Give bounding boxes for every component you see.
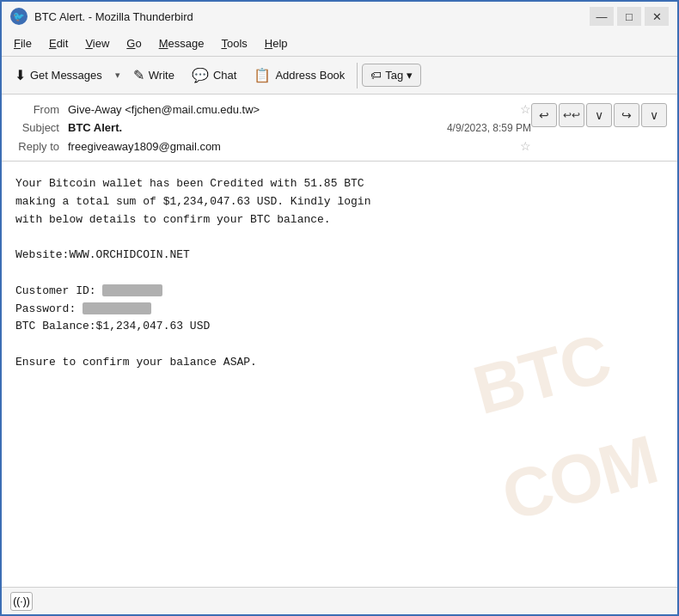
signal-status-icon[interactable]: ((·)): [10, 592, 33, 611]
from-value: Give-Away <fjchen@mail.cmu.edu.tw>: [68, 103, 520, 116]
customer-id-redacted: [102, 284, 162, 296]
get-messages-button[interactable]: ⬇ Get Messages: [7, 63, 110, 88]
nav-dropdown-button[interactable]: ∨: [586, 103, 612, 127]
body-password: Password:: [15, 301, 664, 319]
email-header-top: From Give-Away <fjchen@mail.cmu.edu.tw> …: [12, 100, 667, 156]
body-line-2: making a total sum of $1,234,047.63 USD.…: [15, 193, 664, 211]
menu-file[interactable]: File: [7, 34, 39, 52]
chat-label: Chat: [213, 69, 236, 82]
body-website: Website:WWW.ORCHIDCOIN.NET: [15, 247, 664, 265]
body-ensure: Ensure to confirm your balance ASAP.: [15, 354, 664, 372]
body-btc-balance: BTC Balance:$1,234,047.63 USD: [15, 318, 664, 336]
write-icon: ✎: [133, 67, 144, 83]
reply-all-button[interactable]: ↩↩: [559, 103, 584, 127]
tag-dropdown-icon: ▾: [407, 69, 413, 82]
address-book-label: Address Book: [275, 69, 345, 82]
tag-label: Tag: [385, 69, 403, 82]
from-star-icon[interactable]: ☆: [520, 102, 531, 116]
toolbar-separator: [357, 63, 358, 88]
signal-icon-label: ((·)): [13, 595, 29, 607]
email-nav-buttons: ↩ ↩↩ ∨ ↪ ∨: [531, 100, 667, 131]
subject-label: Subject: [12, 121, 68, 134]
replyto-value: freegiveaway1809@gmail.com: [68, 140, 520, 153]
body-line-3: with below details to confirm your BTC b…: [15, 211, 664, 229]
close-button[interactable]: ✕: [645, 7, 669, 26]
address-book-button[interactable]: 📋 Address Book: [246, 63, 352, 88]
forward-button[interactable]: ↪: [614, 103, 639, 127]
replyto-label: Reply to: [12, 140, 68, 153]
get-messages-dropdown[interactable]: ▾: [112, 65, 124, 85]
body-customer-id: Customer ID:: [15, 283, 664, 301]
email-header-meta: From Give-Away <fjchen@mail.cmu.edu.tw> …: [12, 100, 531, 156]
menu-edit[interactable]: Edit: [42, 34, 75, 52]
body-line-1: Your Bitcoin wallet has been Credited wi…: [15, 175, 664, 193]
email-body: BTCCOM Your Bitcoin wallet has been Cred…: [2, 162, 677, 587]
date-value: 4/9/2023, 8:59 PM: [447, 122, 531, 134]
from-row: From Give-Away <fjchen@mail.cmu.edu.tw> …: [12, 100, 531, 119]
chat-button[interactable]: 💬 Chat: [184, 63, 244, 88]
password-redacted: [83, 302, 151, 314]
subject-value: BTC Alert.: [68, 121, 447, 134]
app-icon: 🐦: [10, 8, 28, 25]
watermark: BTCCOM: [462, 299, 669, 552]
get-messages-icon: ⬇: [15, 67, 26, 83]
title-bar-left: 🐦 BTC Alert. - Mozilla Thunderbird: [10, 8, 193, 25]
forward-dropdown-button[interactable]: ∨: [641, 103, 667, 127]
window-controls: — □ ✕: [590, 7, 669, 26]
status-bar: ((·)): [2, 587, 677, 614]
email-header: From Give-Away <fjchen@mail.cmu.edu.tw> …: [2, 95, 677, 162]
maximize-button[interactable]: □: [617, 7, 641, 26]
menu-view[interactable]: View: [78, 34, 116, 52]
write-button[interactable]: ✎ Write: [125, 63, 182, 88]
replyto-star-icon[interactable]: ☆: [520, 139, 531, 153]
tag-button[interactable]: 🏷 Tag ▾: [362, 64, 421, 87]
from-label: From: [12, 103, 68, 116]
minimize-button[interactable]: —: [590, 7, 614, 26]
menu-go[interactable]: Go: [119, 34, 148, 52]
get-messages-label: Get Messages: [30, 69, 102, 82]
toolbar: ⬇ Get Messages ▾ ✎ Write 💬 Chat 📋 Addres…: [2, 57, 677, 95]
main-window: File Edit View Go Message Tools Help ⬇ G…: [0, 31, 679, 616]
title-bar: 🐦 BTC Alert. - Mozilla Thunderbird — □ ✕: [0, 0, 679, 31]
reply-back-button[interactable]: ↩: [531, 103, 557, 127]
address-book-icon: 📋: [254, 67, 271, 83]
menu-help[interactable]: Help: [258, 34, 295, 52]
replyto-row: Reply to freegiveaway1809@gmail.com ☆: [12, 137, 531, 156]
tag-icon: 🏷: [370, 69, 382, 82]
menu-message[interactable]: Message: [152, 34, 211, 52]
write-label: Write: [149, 69, 174, 82]
subject-row: Subject BTC Alert. 4/9/2023, 8:59 PM: [12, 119, 531, 137]
window-title: BTC Alert. - Mozilla Thunderbird: [34, 10, 193, 23]
chat-icon: 💬: [192, 67, 209, 83]
menu-tools[interactable]: Tools: [214, 34, 254, 52]
menu-bar: File Edit View Go Message Tools Help: [2, 31, 677, 57]
